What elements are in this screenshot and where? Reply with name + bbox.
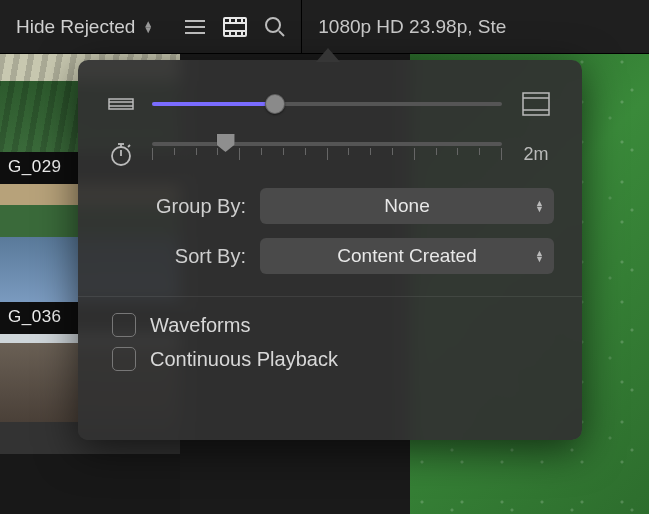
group-by-value: None: [384, 195, 429, 217]
popover-divider: [78, 296, 582, 297]
continuous-playback-label: Continuous Playback: [150, 348, 338, 371]
toolbar-separator: [301, 0, 302, 54]
list-view-button[interactable]: [175, 7, 215, 47]
small-filmstrip-icon: [106, 96, 136, 112]
clip-appearance-popover: 2m Group By: None ▲▼ Sort By: Content Cr…: [78, 60, 582, 440]
svg-point-12: [266, 18, 280, 32]
group-by-row: Group By: None ▲▼: [106, 188, 554, 224]
svg-line-24: [128, 145, 130, 147]
large-filmstrip-icon: [518, 92, 554, 116]
sort-by-select[interactable]: Content Created ▲▼: [260, 238, 554, 274]
svg-rect-14: [109, 99, 133, 109]
clip-height-row: [106, 84, 554, 124]
stopwatch-icon: [106, 141, 136, 167]
group-by-select[interactable]: None ▲▼: [260, 188, 554, 224]
svg-rect-17: [523, 93, 549, 115]
clip-height-slider[interactable]: [152, 88, 502, 120]
stepper-icon: ▲▼: [143, 21, 153, 33]
stepper-icon: ▲▼: [535, 200, 544, 212]
duration-slider[interactable]: [152, 134, 502, 174]
sort-by-value: Content Created: [337, 245, 476, 267]
duration-row: 2m: [106, 134, 554, 174]
search-button[interactable]: [255, 7, 295, 47]
duration-max-label: 2m: [518, 144, 554, 165]
waveforms-checkbox[interactable]: [112, 313, 136, 337]
filter-label: Hide Rejected: [16, 16, 135, 38]
filmstrip-view-button[interactable]: [215, 7, 255, 47]
toolbar: Hide Rejected ▲▼ 1080p HD 23.98p, Ste: [0, 0, 649, 54]
continuous-playback-checkbox[interactable]: [112, 347, 136, 371]
svg-line-13: [279, 31, 284, 36]
group-by-label: Group By:: [106, 195, 246, 218]
waveforms-row: Waveforms: [112, 313, 554, 337]
continuous-playback-row: Continuous Playback: [112, 347, 554, 371]
stepper-icon: ▲▼: [535, 250, 544, 262]
sort-by-row: Sort By: Content Created ▲▼: [106, 238, 554, 274]
popover-caret: [316, 48, 340, 62]
waveforms-label: Waveforms: [150, 314, 250, 337]
format-info: 1080p HD 23.98p, Ste: [318, 16, 506, 38]
filter-dropdown[interactable]: Hide Rejected ▲▼: [8, 12, 161, 42]
sort-by-label: Sort By:: [106, 245, 246, 268]
